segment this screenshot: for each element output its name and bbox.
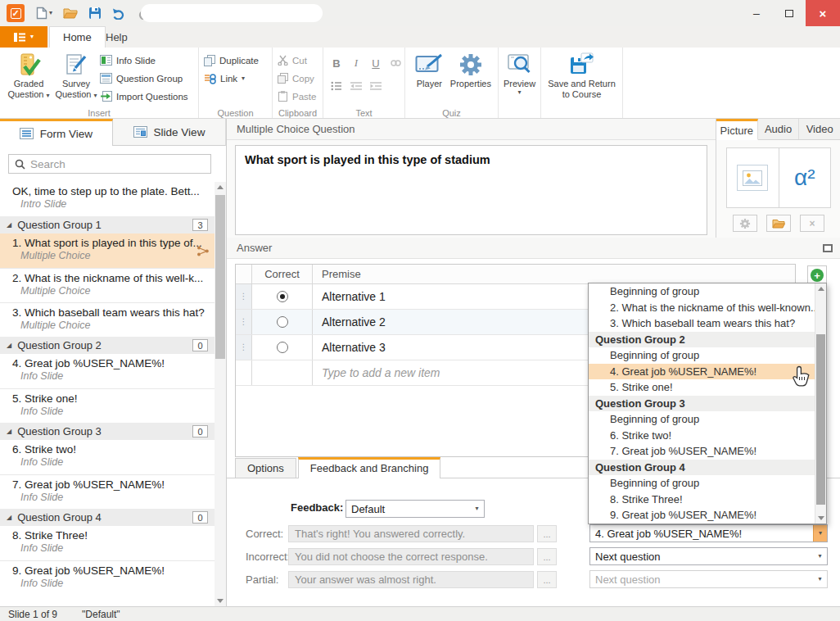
- dropdown-option[interactable]: 5. Strike one!: [589, 379, 815, 396]
- app-menu-button[interactable]: ▾: [0, 26, 47, 48]
- slide-list-scrollbar[interactable]: [215, 182, 226, 606]
- list-item-s4[interactable]: 4. Great job %USER_NAME%! Info Slide: [0, 354, 215, 388]
- correct-radio-3[interactable]: [277, 342, 288, 353]
- maximize-button[interactable]: [773, 0, 806, 26]
- new-quiz-button[interactable]: ▾: [34, 4, 54, 22]
- dropdown-option[interactable]: 8. Strike Three!: [589, 492, 815, 508]
- correct-branch-caret-icon[interactable]: ▾: [813, 525, 827, 542]
- list-item-intro[interactable]: OK, time to step up to the plate. Bett..…: [0, 182, 215, 216]
- tab-picture[interactable]: Picture: [716, 119, 758, 140]
- drag-handle[interactable]: ⋮: [236, 310, 252, 334]
- question-text-editor[interactable]: What sport is played in this type of sta…: [235, 145, 707, 235]
- minimize-button[interactable]: –: [740, 0, 773, 26]
- increase-indent-button[interactable]: [368, 79, 384, 93]
- dropdown-option[interactable]: Beginning of group: [589, 411, 815, 428]
- decrease-indent-button[interactable]: [348, 79, 364, 93]
- bold-button[interactable]: B: [328, 56, 345, 70]
- media-settings-button[interactable]: [733, 215, 757, 232]
- duplicate-button[interactable]: Duplicate: [204, 53, 259, 67]
- dropdown-option-highlighted[interactable]: 4. Great job %USER_NAME%!: [589, 364, 815, 380]
- dropdown-option[interactable]: 3. Which baseball team wears this hat?: [589, 315, 815, 332]
- drag-handle[interactable]: ⋮: [236, 284, 252, 309]
- feedback-type-select[interactable]: Default ▾: [345, 500, 485, 518]
- cut-button[interactable]: Cut: [278, 53, 316, 67]
- import-questions-button[interactable]: Import Questions: [100, 89, 188, 103]
- group-header-4[interactable]: ◢ Question Group 4 0: [0, 509, 215, 526]
- dropdown-option[interactable]: 7. Great job %USER_NAME%!: [589, 443, 815, 460]
- scroll-up-icon[interactable]: [217, 185, 224, 189]
- expander-icon[interactable]: ◢: [7, 514, 11, 521]
- player-button[interactable]: Player: [410, 49, 449, 89]
- expander-icon[interactable]: ◢: [7, 221, 11, 229]
- incorrect-branch-caret-icon[interactable]: ▾: [813, 548, 827, 564]
- scroll-down-icon[interactable]: [217, 599, 224, 603]
- save-return-button[interactable]: Save and Return to Course: [546, 49, 617, 100]
- scroll-up-icon[interactable]: [818, 287, 824, 291]
- add-picture-button[interactable]: [727, 148, 779, 207]
- expander-icon[interactable]: ◢: [7, 342, 11, 349]
- list-item-s7[interactable]: 7. Great job %USER_NAME%! Info Slide: [0, 474, 215, 509]
- copy-button[interactable]: Copy: [278, 71, 316, 85]
- scrollbar-thumb[interactable]: [215, 195, 225, 359]
- expand-answer-icon[interactable]: [823, 244, 833, 252]
- correct-feedback-field[interactable]: That's right! You answered correctly.: [288, 525, 534, 542]
- group-header-2[interactable]: ◢ Question Group 2 0: [0, 337, 215, 354]
- correct-radio-2[interactable]: [277, 316, 288, 328]
- tab-slide-view[interactable]: Slide View: [113, 119, 226, 146]
- group-header-1[interactable]: ◢ Question Group 1 3: [0, 216, 215, 233]
- list-item-s5[interactable]: 5. Strike one! Info Slide: [0, 388, 215, 423]
- incorrect-branch-select[interactable]: Next question ▾: [589, 547, 828, 565]
- add-equation-button[interactable]: α²: [779, 148, 831, 207]
- list-item-s8[interactable]: 8. Strike Three! Info Slide: [0, 526, 215, 560]
- search-box[interactable]: [8, 154, 211, 174]
- correct-feedback-more-button[interactable]: ...: [537, 525, 557, 542]
- group-header-3[interactable]: ◢ Question Group 3 0: [0, 423, 215, 440]
- dropdown-option[interactable]: 9. Great job %USER_NAME%!: [589, 507, 815, 524]
- question-group-button[interactable]: Question Group: [100, 71, 188, 85]
- incorrect-feedback-more-button[interactable]: ...: [537, 548, 557, 565]
- link-button[interactable]: Link ▾: [204, 71, 259, 85]
- partial-feedback-more-button[interactable]: ...: [537, 571, 557, 588]
- list-item-q1[interactable]: 1. What sport is played in this type of.…: [0, 233, 215, 268]
- save-button[interactable]: [87, 4, 103, 22]
- correct-radio-1[interactable]: [277, 291, 288, 302]
- dropdown-option[interactable]: 2. What is the nickname of this well-kno…: [589, 300, 815, 316]
- correct-branch-select[interactable]: 4. Great job %USER_NAME%! ▾: [589, 524, 828, 542]
- italic-button[interactable]: I: [348, 56, 364, 70]
- info-slide-button[interactable]: Info Slide: [100, 53, 188, 67]
- incorrect-feedback-field[interactable]: You did not choose the correct response.: [288, 548, 534, 565]
- paste-button[interactable]: Paste: [278, 89, 316, 103]
- survey-question-button[interactable]: Survey Question ▾: [52, 49, 100, 100]
- partial-feedback-field[interactable]: Your answer was almost right.: [288, 571, 534, 588]
- underline-button[interactable]: U: [368, 56, 384, 70]
- tab-options[interactable]: Options: [235, 458, 296, 478]
- properties-button[interactable]: Properties: [449, 49, 493, 89]
- dropdown-option[interactable]: Beginning of group: [589, 475, 815, 492]
- expander-icon[interactable]: ◢: [7, 428, 11, 435]
- list-item-s9[interactable]: 9. Great job %USER_NAME%! Info Slide: [0, 560, 215, 595]
- open-button[interactable]: [61, 4, 79, 22]
- list-item-q3[interactable]: 3. Which baseball team wears this hat? M…: [0, 302, 215, 337]
- dropdown-option[interactable]: 6. Strike two!: [589, 428, 815, 444]
- graded-question-button[interactable]: Graded Question ▾: [5, 49, 52, 100]
- media-remove-button[interactable]: ×: [800, 215, 824, 232]
- preview-button[interactable]: Preview ▾: [504, 49, 535, 96]
- tab-video[interactable]: Video: [799, 119, 840, 139]
- drag-handle[interactable]: ⋮: [236, 335, 252, 360]
- tab-audio[interactable]: Audio: [758, 119, 800, 139]
- bullet-list-button[interactable]: [328, 79, 345, 93]
- tab-help[interactable]: Help: [93, 26, 141, 48]
- hyperlink-button[interactable]: [387, 56, 404, 70]
- feedback-select-caret-icon[interactable]: ▾: [470, 501, 484, 517]
- scrollbar-thumb[interactable]: [816, 334, 825, 505]
- dropdown-option[interactable]: Beginning of group: [589, 283, 815, 300]
- media-browse-button[interactable]: [766, 215, 791, 232]
- list-item-s6[interactable]: 6. Strike two! Info Slide: [0, 440, 215, 474]
- partial-branch-select[interactable]: Next question ▾: [589, 570, 828, 588]
- close-button[interactable]: ×: [806, 0, 840, 26]
- tab-form-view[interactable]: Form View: [0, 119, 113, 146]
- scroll-down-icon[interactable]: [818, 516, 824, 520]
- search-input[interactable]: [30, 158, 205, 170]
- dropdown-scrollbar[interactable]: [815, 283, 826, 524]
- tab-feedback-branching[interactable]: Feedback and Branching: [298, 457, 441, 478]
